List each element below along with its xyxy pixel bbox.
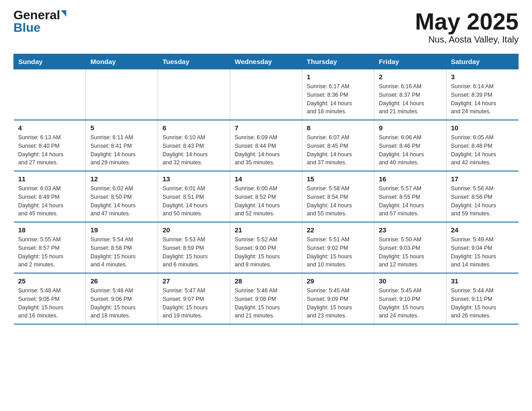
day-number: 25: [18, 277, 82, 285]
day-info: Sunrise: 6:17 AM Sunset: 8:36 PM Dayligh…: [307, 82, 369, 116]
calendar-day-21: 21Sunrise: 5:52 AM Sunset: 9:00 PM Dayli…: [230, 222, 302, 273]
empty-cell: [158, 69, 230, 120]
title-block: May 2025 Nus, Aosta Valley, Italy: [415, 9, 519, 45]
calendar-day-22: 22Sunrise: 5:51 AM Sunset: 9:02 PM Dayli…: [302, 222, 374, 273]
day-info: Sunrise: 6:07 AM Sunset: 8:45 PM Dayligh…: [307, 133, 369, 167]
day-info: Sunrise: 5:47 AM Sunset: 9:07 PM Dayligh…: [163, 287, 225, 320]
calendar-day-23: 23Sunrise: 5:50 AM Sunset: 9:03 PM Dayli…: [374, 222, 446, 273]
calendar-day-6: 6Sunrise: 6:10 AM Sunset: 8:43 PM Daylig…: [158, 120, 230, 171]
day-info: Sunrise: 5:54 AM Sunset: 8:58 PM Dayligh…: [90, 235, 153, 269]
day-number: 13: [163, 175, 225, 183]
day-number: 22: [307, 226, 369, 234]
column-header-monday: Monday: [86, 54, 158, 69]
calendar-day-8: 8Sunrise: 6:07 AM Sunset: 8:45 PM Daylig…: [302, 120, 374, 171]
calendar-day-7: 7Sunrise: 6:09 AM Sunset: 8:44 PM Daylig…: [230, 120, 302, 171]
column-header-wednesday: Wednesday: [230, 54, 302, 69]
calendar-day-17: 17Sunrise: 5:56 AM Sunset: 8:56 PM Dayli…: [446, 171, 519, 222]
day-info: Sunrise: 5:45 AM Sunset: 9:09 PM Dayligh…: [307, 287, 369, 320]
calendar-day-11: 11Sunrise: 6:03 AM Sunset: 8:49 PM Dayli…: [14, 171, 86, 222]
empty-cell: [230, 69, 302, 120]
calendar-day-9: 9Sunrise: 6:06 AM Sunset: 8:46 PM Daylig…: [374, 120, 446, 171]
calendar-week-row: 11Sunrise: 6:03 AM Sunset: 8:49 PM Dayli…: [14, 171, 519, 222]
calendar-day-24: 24Sunrise: 5:49 AM Sunset: 9:04 PM Dayli…: [446, 222, 519, 273]
day-info: Sunrise: 5:48 AM Sunset: 9:05 PM Dayligh…: [18, 287, 82, 320]
day-number: 9: [379, 124, 442, 132]
day-number: 5: [90, 124, 153, 132]
day-number: 14: [235, 175, 297, 183]
day-number: 21: [235, 226, 297, 234]
calendar-day-2: 2Sunrise: 6:16 AM Sunset: 8:37 PM Daylig…: [374, 69, 446, 120]
calendar-day-30: 30Sunrise: 5:45 AM Sunset: 9:10 PM Dayli…: [374, 273, 446, 324]
calendar-day-26: 26Sunrise: 5:48 AM Sunset: 9:06 PM Dayli…: [86, 273, 158, 324]
day-info: Sunrise: 5:57 AM Sunset: 8:55 PM Dayligh…: [379, 184, 442, 218]
day-info: Sunrise: 6:09 AM Sunset: 8:44 PM Dayligh…: [235, 133, 297, 167]
day-number: 15: [307, 175, 369, 183]
day-info: Sunrise: 5:51 AM Sunset: 9:02 PM Dayligh…: [307, 235, 369, 269]
day-info: Sunrise: 5:58 AM Sunset: 8:54 PM Dayligh…: [307, 184, 369, 218]
column-header-tuesday: Tuesday: [158, 54, 230, 69]
month-title: May 2025: [415, 9, 519, 34]
logo: General Blue: [13, 9, 66, 34]
day-info: Sunrise: 5:44 AM Sunset: 9:11 PM Dayligh…: [451, 287, 514, 320]
day-number: 27: [163, 277, 225, 285]
empty-cell: [86, 69, 158, 120]
calendar-day-25: 25Sunrise: 5:48 AM Sunset: 9:05 PM Dayli…: [14, 273, 86, 324]
day-number: 19: [90, 226, 153, 234]
column-header-thursday: Thursday: [302, 54, 374, 69]
calendar-day-19: 19Sunrise: 5:54 AM Sunset: 8:58 PM Dayli…: [86, 222, 158, 273]
calendar-day-16: 16Sunrise: 5:57 AM Sunset: 8:55 PM Dayli…: [374, 171, 446, 222]
day-info: Sunrise: 6:11 AM Sunset: 8:41 PM Dayligh…: [90, 133, 153, 167]
calendar-day-13: 13Sunrise: 6:01 AM Sunset: 8:51 PM Dayli…: [158, 171, 230, 222]
calendar-day-12: 12Sunrise: 6:02 AM Sunset: 8:50 PM Dayli…: [86, 171, 158, 222]
day-number: 8: [307, 124, 369, 132]
day-number: 11: [18, 175, 82, 183]
calendar-day-31: 31Sunrise: 5:44 AM Sunset: 9:11 PM Dayli…: [446, 273, 519, 324]
day-info: Sunrise: 5:53 AM Sunset: 8:59 PM Dayligh…: [163, 235, 225, 269]
day-number: 20: [163, 226, 225, 234]
day-number: 12: [90, 175, 153, 183]
day-number: 26: [90, 277, 153, 285]
calendar-week-row: 4Sunrise: 6:13 AM Sunset: 8:40 PM Daylig…: [14, 120, 519, 171]
calendar-day-15: 15Sunrise: 5:58 AM Sunset: 8:54 PM Dayli…: [302, 171, 374, 222]
day-number: 28: [235, 277, 297, 285]
day-number: 24: [451, 226, 514, 234]
day-info: Sunrise: 6:14 AM Sunset: 8:39 PM Dayligh…: [451, 82, 514, 116]
logo-general-text: General: [13, 9, 60, 21]
calendar-day-28: 28Sunrise: 5:46 AM Sunset: 9:08 PM Dayli…: [230, 273, 302, 324]
day-number: 6: [163, 124, 225, 132]
day-number: 30: [379, 277, 442, 285]
day-info: Sunrise: 6:03 AM Sunset: 8:49 PM Dayligh…: [18, 184, 82, 218]
day-info: Sunrise: 5:56 AM Sunset: 8:56 PM Dayligh…: [451, 184, 514, 218]
day-number: 31: [451, 277, 514, 285]
day-info: Sunrise: 6:05 AM Sunset: 8:48 PM Dayligh…: [451, 133, 514, 167]
location-text: Nus, Aosta Valley, Italy: [415, 34, 519, 45]
day-info: Sunrise: 5:46 AM Sunset: 9:08 PM Dayligh…: [235, 287, 297, 320]
day-number: 4: [18, 124, 82, 132]
empty-cell: [14, 69, 86, 120]
calendar-day-4: 4Sunrise: 6:13 AM Sunset: 8:40 PM Daylig…: [14, 120, 86, 171]
day-info: Sunrise: 5:45 AM Sunset: 9:10 PM Dayligh…: [379, 287, 442, 320]
calendar-day-5: 5Sunrise: 6:11 AM Sunset: 8:41 PM Daylig…: [86, 120, 158, 171]
page-header: General Blue May 2025 Nus, Aosta Valley,…: [13, 9, 519, 45]
logo-blue-text: Blue: [13, 21, 41, 34]
day-number: 16: [379, 175, 442, 183]
day-number: 17: [451, 175, 514, 183]
day-number: 2: [379, 73, 442, 81]
day-number: 18: [18, 226, 82, 234]
calendar-day-20: 20Sunrise: 5:53 AM Sunset: 8:59 PM Dayli…: [158, 222, 230, 273]
calendar-day-3: 3Sunrise: 6:14 AM Sunset: 8:39 PM Daylig…: [446, 69, 519, 120]
column-header-sunday: Sunday: [14, 54, 86, 69]
calendar-week-row: 25Sunrise: 5:48 AM Sunset: 9:05 PM Dayli…: [14, 273, 519, 324]
day-info: Sunrise: 5:50 AM Sunset: 9:03 PM Dayligh…: [379, 235, 442, 269]
day-info: Sunrise: 6:02 AM Sunset: 8:50 PM Dayligh…: [90, 184, 153, 218]
calendar-day-1: 1Sunrise: 6:17 AM Sunset: 8:36 PM Daylig…: [302, 69, 374, 120]
column-header-friday: Friday: [374, 54, 446, 69]
column-header-saturday: Saturday: [446, 54, 519, 69]
day-info: Sunrise: 5:52 AM Sunset: 9:00 PM Dayligh…: [235, 235, 297, 269]
logo-arrow-icon: [61, 10, 66, 17]
day-info: Sunrise: 6:10 AM Sunset: 8:43 PM Dayligh…: [163, 133, 225, 167]
calendar-day-14: 14Sunrise: 6:00 AM Sunset: 8:52 PM Dayli…: [230, 171, 302, 222]
day-number: 1: [307, 73, 369, 81]
calendar-day-10: 10Sunrise: 6:05 AM Sunset: 8:48 PM Dayli…: [446, 120, 519, 171]
calendar-day-18: 18Sunrise: 5:55 AM Sunset: 8:57 PM Dayli…: [14, 222, 86, 273]
